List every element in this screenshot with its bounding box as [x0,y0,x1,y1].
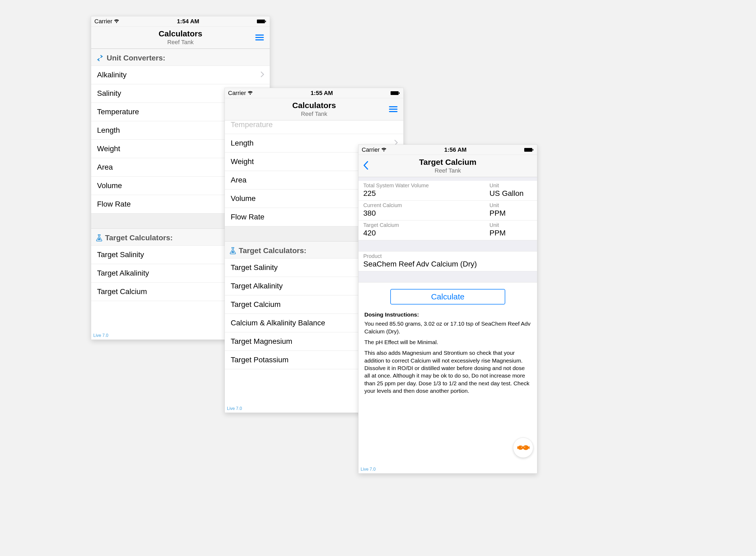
phone-screenshot-3: Carrier 1:56 AM Target Calcium Reef Tank… [358,144,537,474]
row-label: Area [231,176,247,184]
field-label: Current Calcium [363,202,489,208]
row-label: Target Calcium [97,287,147,296]
status-bar: Carrier 1:55 AM [225,88,404,98]
carrier-label: Carrier [362,146,380,153]
form-row-volume[interactable]: Total System Water Volume 225 Unit US Ga… [358,181,537,201]
field-label: Unit [489,182,532,188]
field-value: 380 [363,209,489,217]
clock: 1:56 AM [444,146,467,153]
row-label: Temperature [231,120,273,129]
section-label: Target Calculators: [239,246,306,255]
nav-bar: Calculators Reef Tank [225,98,404,120]
field-label: Product [363,253,532,259]
instructions-line: This also adds Magnesium and Strontium s… [364,349,531,395]
row-label: Area [97,163,113,171]
row-label: Target Salinity [231,263,278,272]
svg-rect-2 [390,91,399,95]
row-label: Target Alkalinity [97,269,149,277]
row-label: Calcium & Alkalinity Balance [231,319,325,327]
page-title: Calculators [225,101,404,110]
form-row-current-calcium[interactable]: Current Calcium 380 Unit PPM [358,201,537,220]
row-temperature-partial[interactable]: Temperature [225,120,404,134]
field-value: PPM [489,229,532,237]
instructions-title: Dosing Instructions: [364,311,531,318]
battery-icon [257,19,267,24]
page-subtitle: Reef Tank [91,39,270,46]
svg-point-9 [523,445,529,450]
page-title: Target Calcium [358,158,537,167]
field-label: Total System Water Volume [363,182,489,188]
footer-version: Live 7.0 [358,466,537,473]
row-label: Weight [231,157,254,166]
chat-fab[interactable] [513,438,533,458]
field-label: Unit [489,222,532,228]
wifi-icon [248,91,253,95]
clock: 1:54 AM [177,18,199,25]
svg-rect-4 [524,148,532,152]
menu-button[interactable] [389,105,398,113]
carrier-label: Carrier [95,18,112,25]
back-button[interactable] [363,161,369,171]
wifi-icon [114,19,119,24]
chevron-right-icon [261,71,264,79]
carrier-label: Carrier [228,90,246,97]
form-row-product[interactable]: Product SeaChem Reef Adv Calcium (Dry) [358,251,537,271]
svg-rect-1 [265,21,266,22]
form-gap [358,271,537,283]
menu-button[interactable] [255,33,264,42]
battery-icon [524,148,534,152]
page-title: Calculators [91,29,270,38]
row-label: Volume [97,181,122,190]
row-label: Length [97,126,120,134]
row-label: Flow Rate [231,213,264,221]
field-label: Target Calcium [363,222,489,228]
row-label: Target Magnesium [231,337,292,345]
status-bar: Carrier 1:56 AM [358,145,537,155]
row-label: Temperature [97,108,139,116]
field-value: PPM [489,209,532,217]
flask-icon [230,247,236,254]
field-label: Unit [489,202,532,208]
converter-icon [96,55,104,61]
row-alkalinity[interactable]: Alkalinity [91,66,270,84]
row-label: Target Calcium [231,300,281,309]
calculate-button[interactable]: Calculate [390,289,505,305]
field-value: 225 [363,189,489,198]
row-label: Volume [231,194,256,203]
wifi-icon [381,148,386,152]
section-unit-converters: Unit Converters: [91,49,270,66]
row-label: Length [231,139,254,147]
fish-icon [517,444,530,451]
svg-point-11 [524,447,525,447]
field-value: SeaChem Reef Adv Calcium (Dry) [363,260,532,268]
section-label: Target Calculators: [105,234,173,242]
nav-bar: Calculators Reef Tank [91,27,270,49]
row-label: Flow Rate [97,200,131,208]
row-label: Target Potassium [231,356,289,364]
page-subtitle: Reef Tank [358,167,537,174]
flask-icon [96,234,102,242]
field-value: 420 [363,229,489,237]
form-gap [358,240,537,251]
svg-rect-0 [257,20,265,23]
field-value: US Gallon [489,189,532,198]
status-bar: Carrier 1:54 AM [91,16,270,27]
svg-rect-3 [399,92,400,94]
row-label: Alkalinity [97,71,126,79]
section-label: Unit Converters: [107,54,165,62]
nav-bar: Target Calcium Reef Tank [358,155,537,177]
form-row-target-calcium[interactable]: Target Calcium 420 Unit PPM [358,220,537,240]
instructions-line: The pH Effect will be Minimal. [364,339,531,346]
dosing-instructions: Dosing Instructions: You need 85.50 gram… [358,311,537,409]
row-label: Target Salinity [97,250,144,259]
page-subtitle: Reef Tank [225,110,404,117]
svg-rect-5 [532,149,533,151]
instructions-line: You need 85.50 grams, 3.02 oz or 17.10 t… [364,320,531,335]
row-label: Target Alkalinity [231,282,283,290]
clock: 1:55 AM [311,90,333,97]
svg-point-8 [521,447,522,448]
row-label: Salinity [97,89,121,97]
row-label: Weight [97,144,120,153]
battery-icon [390,91,400,95]
